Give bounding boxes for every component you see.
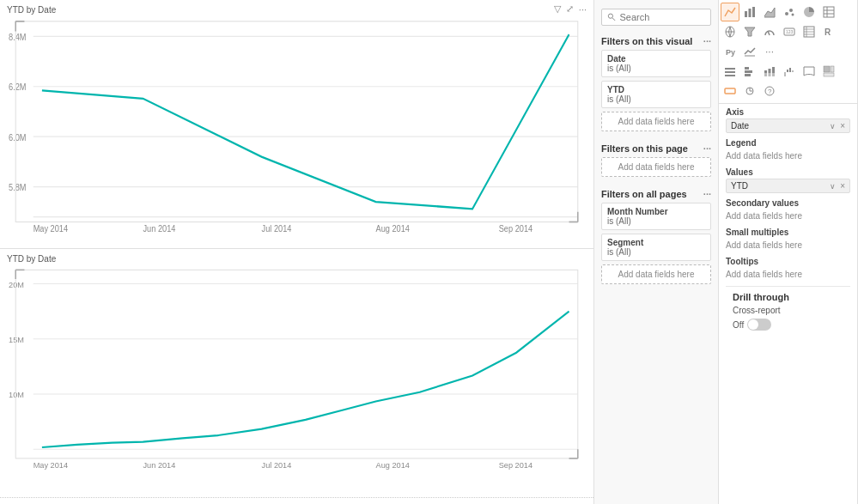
bottom-chart-title: YTD by Date (7, 254, 587, 264)
viz-icons-row2: 123 R (721, 22, 855, 41)
values-field-name: YTD (731, 181, 748, 191)
page-filters-header: Filters on this page ··· (601, 143, 711, 154)
filter-ytd[interactable]: YTD is (All) (601, 81, 711, 108)
viz-icons-row4 (721, 62, 855, 81)
viz-icon-python[interactable]: Py (721, 42, 739, 61)
svg-text:6.2M: 6.2M (9, 82, 26, 93)
visual-add-data-fields[interactable]: Add data fields here (601, 112, 711, 131)
svg-text:Jul 2014: Jul 2014 (262, 459, 292, 469)
top-chart-title: YTD by Date (7, 5, 587, 15)
cross-report-row: Cross-report (733, 306, 843, 315)
expand-icon[interactable]: ⤢ (566, 3, 574, 15)
svg-point-42 (789, 9, 793, 12)
svg-rect-76 (789, 68, 791, 72)
visual-filters-section: Filters on this visual ··· Date is (All)… (594, 31, 718, 138)
viz-icon-waterfall[interactable] (780, 62, 799, 81)
values-remove-icon[interactable]: × (840, 181, 845, 191)
search-box[interactable] (601, 9, 711, 26)
drill-through-section: Drill through Cross-report Off (726, 286, 850, 336)
viz-icon-format[interactable] (721, 82, 739, 100)
values-field-tag[interactable]: YTD ∨ × (726, 179, 850, 193)
axis-chevron-icon: ∨ (830, 122, 836, 131)
svg-rect-74 (784, 72, 786, 76)
search-input[interactable] (619, 12, 705, 22)
viz-icon-hbar[interactable] (740, 62, 759, 81)
viz-icon-piechart[interactable] (800, 3, 818, 21)
filter-segment[interactable]: Segment is (All) (601, 234, 711, 261)
secondary-values-label: Secondary values (726, 198, 850, 208)
viz-icon-kpi[interactable] (740, 42, 759, 61)
svg-rect-68 (764, 70, 767, 73)
filter-date[interactable]: Date is (All) (601, 50, 711, 77)
svg-rect-78 (824, 66, 830, 72)
tooltips-add-field[interactable]: Add data fields here (726, 268, 850, 281)
svg-rect-44 (824, 7, 834, 17)
svg-text:6.0M: 6.0M (9, 132, 26, 143)
svg-text:10M: 10M (9, 390, 24, 399)
toggle-switch[interactable] (747, 319, 771, 331)
viz-icon-table[interactable] (819, 3, 838, 21)
allpages-filters-more[interactable]: ··· (703, 189, 711, 199)
svg-text:Sep 2014: Sep 2014 (499, 224, 533, 234)
filter-month-number[interactable]: Month Number is (All) (601, 203, 711, 230)
svg-rect-80 (824, 73, 834, 76)
viz-icon-stackedbar[interactable] (760, 62, 779, 81)
axis-remove-icon[interactable]: × (840, 121, 845, 131)
svg-text:May 2014: May 2014 (33, 459, 68, 469)
page-filters-more[interactable]: ··· (703, 143, 711, 154)
toggle-off-container: Off (733, 319, 843, 331)
viz-icon-analytics[interactable] (740, 82, 759, 100)
viz-icon-qanda[interactable]: ? (760, 82, 779, 100)
svg-text:123: 123 (786, 29, 794, 34)
axis-field-tag[interactable]: Date ∨ × (726, 118, 850, 133)
viz-icon-areachart[interactable] (760, 3, 779, 21)
bottom-chart-svg: 20M 15M 10M May 2014 Jun 2014 Jul 2014 A… (7, 265, 587, 486)
filter-month-number-value: is (All) (607, 216, 705, 226)
viz-icon-barchart[interactable] (740, 3, 759, 21)
allpages-add-data-fields[interactable]: Add data fields here (601, 264, 711, 284)
svg-text:Aug 2014: Aug 2014 (376, 459, 410, 469)
filter-date-value: is (All) (607, 64, 705, 73)
main-chart-area: YTD by Date ▽ ⤢ ··· 8.4M 6.2M 6.0M 5.8M … (0, 0, 594, 504)
viz-icon-slicer[interactable] (721, 62, 739, 81)
secondary-values-add-field[interactable]: Add data fields here (726, 209, 850, 222)
svg-rect-69 (764, 73, 767, 76)
viz-fields-section: Axis Date ∨ × Legend Add data fields her… (719, 104, 857, 504)
axis-field-name: Date (731, 121, 749, 131)
page-filters-section: Filters on this page ··· Add data fields… (594, 138, 718, 184)
page-add-data-fields[interactable]: Add data fields here (601, 157, 711, 177)
svg-rect-64 (725, 75, 735, 76)
svg-marker-50 (745, 27, 755, 36)
more-icon[interactable]: ··· (579, 4, 587, 15)
viz-icon-matrix[interactable] (800, 22, 818, 41)
svg-rect-40 (752, 7, 755, 17)
cross-report-label: Cross-report (733, 306, 781, 315)
axis-group: Axis Date ∨ × (726, 107, 850, 133)
legend-label: Legend (726, 138, 850, 148)
visual-filters-more[interactable]: ··· (703, 36, 711, 46)
viz-icon-map[interactable] (721, 22, 739, 41)
svg-point-36 (608, 14, 612, 18)
viz-icon-more2[interactable]: ··· (760, 42, 779, 61)
small-multiples-add-field[interactable]: Add data fields here (726, 239, 850, 252)
svg-rect-71 (769, 73, 771, 76)
svg-rect-67 (745, 74, 751, 76)
top-chart-container: YTD by Date ▽ ⤢ ··· 8.4M 6.2M 6.0M 5.8M … (0, 0, 593, 249)
tooltips-group: Tooltips Add data fields here (726, 257, 850, 281)
svg-point-41 (785, 12, 788, 15)
viz-icon-scatterchart[interactable] (780, 3, 799, 21)
viz-icon-card[interactable]: 123 (780, 22, 799, 41)
values-label: Values (726, 167, 850, 177)
viz-icon-funnel[interactable] (740, 22, 759, 41)
viz-icon-r[interactable]: R (819, 22, 838, 41)
viz-icon-gauge[interactable] (760, 22, 779, 41)
svg-text:Jun 2014: Jun 2014 (143, 459, 176, 469)
svg-point-43 (792, 14, 794, 16)
filter-icon[interactable]: ▽ (554, 3, 561, 15)
viz-icon-linechart[interactable] (721, 3, 739, 21)
viz-icon-ribbon[interactable] (800, 62, 818, 81)
svg-rect-39 (749, 9, 752, 17)
small-multiples-label: Small multiples (726, 228, 850, 237)
viz-icon-treemap[interactable] (819, 62, 838, 81)
legend-add-field[interactable]: Add data fields here (726, 149, 850, 162)
